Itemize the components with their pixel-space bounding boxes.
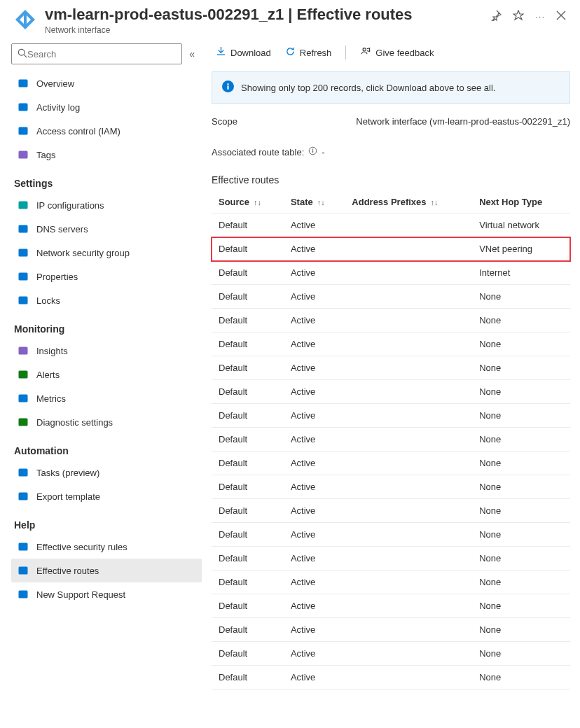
cell-source: Default bbox=[212, 214, 284, 237]
sidebar-item-diagnostic[interactable]: Diagnostic settings bbox=[11, 410, 202, 434]
sidebar-item-overview[interactable]: Overview bbox=[11, 71, 202, 95]
table-row[interactable]: DefaultActiveVNet peering bbox=[212, 237, 570, 261]
feedback-button[interactable]: Give feedback bbox=[356, 43, 438, 62]
table-row[interactable]: DefaultActiveNone bbox=[212, 428, 570, 451]
diagnostic-icon bbox=[17, 416, 29, 428]
cell-source: Default bbox=[212, 499, 284, 523]
cell-state: Active bbox=[284, 570, 345, 594]
table-row[interactable]: DefaultActiveNone bbox=[212, 285, 570, 309]
svg-rect-5 bbox=[19, 127, 28, 135]
command-bar: Download Refresh Give feedback bbox=[212, 43, 570, 62]
col-state[interactable]: State↑↓ bbox=[284, 191, 345, 214]
sidebar-item-access-control[interactable]: Access control (IAM) bbox=[11, 119, 202, 143]
svg-point-21 bbox=[363, 48, 366, 51]
search-input[interactable] bbox=[27, 49, 176, 59]
sidebar-item-insights[interactable]: Insights bbox=[11, 339, 202, 363]
table-row[interactable]: DefaultActiveNone bbox=[212, 404, 570, 428]
table-row[interactable]: DefaultActiveNone bbox=[212, 594, 570, 618]
cell-state: Active bbox=[284, 404, 345, 428]
sidebar-item-activity-log[interactable]: Activity log bbox=[11, 95, 202, 119]
cell-prefixes bbox=[345, 499, 472, 523]
cell-source: Default bbox=[212, 547, 284, 570]
sidebar-item-tasks[interactable]: Tasks (preview) bbox=[11, 461, 202, 484]
cell-prefixes bbox=[345, 309, 472, 332]
sidebar-item-tags[interactable]: Tags bbox=[11, 143, 202, 167]
cell-nexthop: None bbox=[472, 523, 570, 547]
eff-sec-rules-icon bbox=[17, 540, 29, 553]
sidebar-item-label: Insights bbox=[36, 346, 68, 356]
table-row[interactable]: DefaultActiveNone bbox=[212, 451, 570, 475]
cell-nexthop: None bbox=[472, 332, 570, 356]
sidebar-item-nsg[interactable]: Network security group bbox=[11, 241, 202, 265]
cell-nexthop: None bbox=[472, 499, 570, 523]
download-button[interactable]: Download bbox=[212, 43, 275, 62]
table-row[interactable]: DefaultActiveNone bbox=[212, 475, 570, 499]
table-row[interactable]: DefaultActiveNone bbox=[212, 332, 570, 356]
new-support-icon bbox=[17, 588, 29, 601]
cell-source: Default bbox=[212, 642, 284, 666]
table-row[interactable]: DefaultActiveNone bbox=[212, 380, 570, 404]
sidebar-item-locks[interactable]: Locks bbox=[11, 288, 202, 312]
cell-prefixes bbox=[345, 547, 472, 570]
sidebar-item-label: Effective security rules bbox=[36, 542, 127, 552]
cell-state: Active bbox=[284, 642, 345, 666]
eff-routes-icon bbox=[17, 564, 29, 577]
sidebar-item-eff-sec-rules[interactable]: Effective security rules bbox=[11, 535, 202, 559]
col-source[interactable]: Source↑↓ bbox=[212, 191, 284, 214]
blade-header: vm-learn-prod-eastus-002291_z1 | Effecti… bbox=[0, 0, 580, 38]
svg-rect-26 bbox=[312, 150, 313, 153]
table-row[interactable]: DefaultActiveNone bbox=[212, 547, 570, 570]
sidebar-item-dns-servers[interactable]: DNS servers bbox=[11, 217, 202, 241]
collapse-sidebar-icon[interactable]: « bbox=[189, 48, 195, 59]
favorite-icon[interactable] bbox=[513, 10, 524, 23]
activity-log-icon bbox=[17, 101, 29, 113]
assoc-label: Associated route table: bbox=[212, 147, 304, 158]
pin-icon[interactable] bbox=[490, 10, 502, 23]
more-icon[interactable]: ··· bbox=[535, 11, 545, 22]
svg-rect-9 bbox=[19, 249, 28, 257]
table-row[interactable]: DefaultActiveNone bbox=[212, 570, 570, 594]
table-row[interactable]: DefaultActiveNone bbox=[212, 523, 570, 547]
svg-rect-19 bbox=[19, 567, 28, 575]
search-box[interactable] bbox=[11, 43, 182, 64]
cell-state: Active bbox=[284, 451, 345, 475]
table-row[interactable]: DefaultActiveNone bbox=[212, 642, 570, 666]
access-control-icon bbox=[17, 125, 29, 137]
close-icon[interactable] bbox=[556, 10, 566, 22]
info-circle-icon[interactable] bbox=[308, 146, 317, 158]
table-row[interactable]: DefaultActiveNone bbox=[212, 618, 570, 642]
sidebar-item-ip-config[interactable]: IP configurations bbox=[11, 193, 202, 217]
cell-nexthop: VNet peering bbox=[472, 237, 570, 261]
svg-rect-24 bbox=[227, 83, 228, 85]
toolbar-divider bbox=[345, 46, 346, 59]
col-nexthop[interactable]: Next Hop Type bbox=[472, 191, 570, 214]
export-template-icon bbox=[17, 490, 29, 503]
cell-source: Default bbox=[212, 261, 284, 285]
sidebar-item-alerts[interactable]: Alerts bbox=[11, 363, 202, 386]
sidebar-item-metrics[interactable]: Metrics bbox=[11, 386, 202, 410]
cell-source: Default bbox=[212, 309, 284, 332]
table-row[interactable]: DefaultActiveNone bbox=[212, 666, 570, 690]
sidebar-item-new-support[interactable]: New Support Request bbox=[11, 582, 202, 606]
cell-prefixes bbox=[345, 428, 472, 451]
sidebar-item-properties[interactable]: Properties bbox=[11, 265, 202, 288]
cell-state: Active bbox=[284, 594, 345, 618]
table-row[interactable]: DefaultActiveNone bbox=[212, 499, 570, 523]
table-row[interactable]: DefaultActiveNone bbox=[212, 356, 570, 380]
sidebar: « OverviewActivity logAccess control (IA… bbox=[0, 38, 202, 724]
table-row[interactable]: DefaultActiveInternet bbox=[212, 261, 570, 285]
col-prefixes[interactable]: Address Prefixes↑↓ bbox=[345, 191, 472, 214]
sidebar-item-eff-routes[interactable]: Effective routes bbox=[11, 559, 202, 582]
cell-prefixes bbox=[345, 666, 472, 690]
info-text: Showing only top 200 records, click Down… bbox=[241, 83, 496, 93]
table-row[interactable]: DefaultActiveNone bbox=[212, 309, 570, 332]
sidebar-item-label: Access control (IAM) bbox=[36, 126, 120, 136]
cell-state: Active bbox=[284, 499, 345, 523]
refresh-button[interactable]: Refresh bbox=[281, 43, 336, 62]
sidebar-item-label: Overview bbox=[36, 78, 74, 89]
sidebar-item-export-template[interactable]: Export template bbox=[11, 484, 202, 508]
cell-state: Active bbox=[284, 380, 345, 404]
table-row[interactable]: DefaultActiveVirtual network bbox=[212, 214, 570, 237]
sidebar-item-label: Metrics bbox=[36, 393, 66, 404]
overview-icon bbox=[17, 77, 29, 90]
